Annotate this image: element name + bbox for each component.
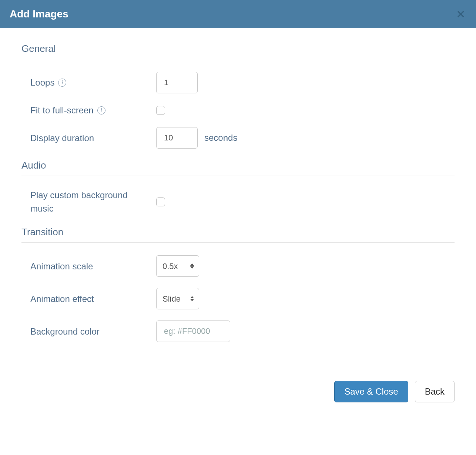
info-icon[interactable]: i	[58, 79, 66, 87]
animation-scale-label: Animation scale	[30, 260, 156, 272]
fit-fullscreen-checkbox[interactable]	[156, 106, 165, 115]
row-animation-effect: Animation effect Slide	[21, 288, 455, 309]
close-button[interactable]	[455, 8, 466, 20]
play-custom-music-label: Play custom background music	[30, 189, 149, 215]
animation-effect-select[interactable]: Slide	[156, 288, 199, 309]
animation-effect-label: Animation effect	[30, 293, 156, 305]
close-icon	[457, 10, 465, 18]
modal-header: Add Images	[0, 0, 476, 28]
display-duration-unit: seconds	[204, 133, 237, 143]
section-transition: Transition Animation scale 0.5x Animatio…	[21, 226, 455, 342]
display-duration-input[interactable]	[156, 127, 198, 149]
row-play-custom-music: Play custom background music	[21, 189, 455, 215]
animation-scale-select[interactable]: 0.5x	[156, 255, 199, 277]
section-title-transition: Transition	[21, 226, 455, 243]
section-title-audio: Audio	[21, 160, 455, 176]
row-fit-fullscreen: Fit to full-screen i	[21, 104, 455, 116]
animation-effect-label-text: Animation effect	[30, 293, 94, 305]
row-animation-scale: Animation scale 0.5x	[21, 255, 455, 277]
save-close-button[interactable]: Save & Close	[334, 381, 408, 402]
loops-label-text: Loops	[30, 77, 54, 88]
play-custom-music-checkbox[interactable]	[156, 197, 165, 206]
section-general: General Loops i Fit to full-screen i Dis…	[21, 43, 455, 149]
background-color-label-text: Background color	[30, 326, 100, 337]
background-color-label: Background color	[30, 326, 156, 337]
loops-label: Loops i	[30, 77, 156, 88]
section-title-general: General	[21, 43, 455, 59]
loops-input[interactable]	[156, 72, 198, 93]
background-color-input[interactable]	[156, 321, 230, 342]
row-loops: Loops i	[21, 72, 455, 93]
display-duration-label-text: Display duration	[30, 132, 94, 144]
back-button[interactable]: Back	[415, 381, 455, 402]
display-duration-label: Display duration	[30, 132, 156, 144]
fit-fullscreen-label: Fit to full-screen i	[30, 104, 156, 116]
modal-body: General Loops i Fit to full-screen i Dis…	[0, 28, 476, 364]
fit-fullscreen-label-text: Fit to full-screen	[30, 104, 94, 116]
modal-footer: Save & Close Back	[0, 368, 476, 425]
animation-scale-label-text: Animation scale	[30, 260, 93, 272]
row-background-color: Background color	[21, 321, 455, 342]
modal-title: Add Images	[10, 8, 68, 20]
section-audio: Audio Play custom background music	[21, 160, 455, 215]
info-icon[interactable]: i	[97, 106, 105, 114]
row-display-duration: Display duration seconds	[21, 127, 455, 149]
